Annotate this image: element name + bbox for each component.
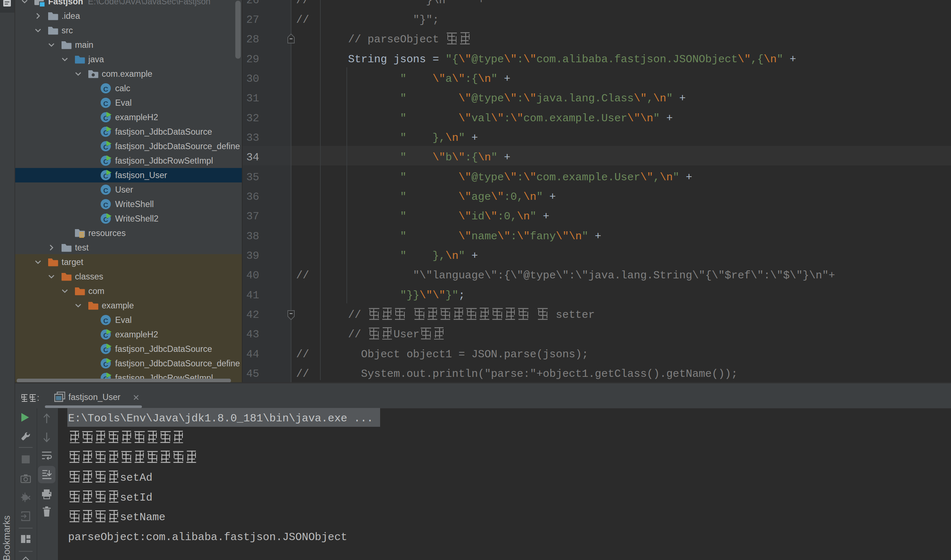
svg-text:C: C — [103, 85, 108, 93]
svg-text:C: C — [103, 187, 108, 194]
svg-text:C: C — [103, 100, 108, 108]
svg-text:C: C — [103, 201, 108, 209]
svg-text:C: C — [103, 317, 108, 325]
